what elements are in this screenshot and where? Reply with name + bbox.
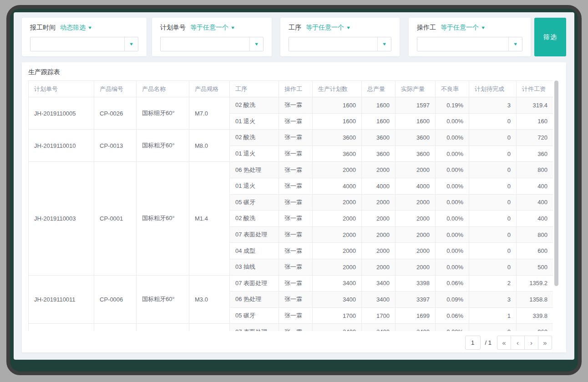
filter-submit-button[interactable]: 筛选 bbox=[534, 18, 566, 56]
first-page-button[interactable]: « bbox=[497, 336, 511, 350]
filter-operator-label: 等于任意一个 bbox=[441, 24, 479, 32]
device-frame: 报工时间 动态筛选 ▼ ▼ 计划单号 等于任意一个 bbox=[6, 5, 582, 375]
last-page-button[interactable]: » bbox=[538, 336, 552, 350]
page-number-input[interactable] bbox=[465, 336, 481, 350]
cell-planned-qty: 4000 bbox=[313, 178, 362, 194]
filter-operator-dropdown[interactable]: 等于任意一个 ▼ bbox=[190, 24, 235, 32]
process-select-arrow[interactable]: ▼ bbox=[377, 37, 391, 51]
cell-planned-qty: 2000 bbox=[313, 243, 362, 259]
cell-planned-qty: 2400 bbox=[313, 324, 362, 331]
cell-piece-wage: 720 bbox=[517, 130, 553, 146]
cell-defect-rate: 0.06% bbox=[436, 275, 469, 292]
cell-planned-qty: 3400 bbox=[313, 275, 362, 292]
cell-product-name: 国标粗牙60° bbox=[137, 275, 189, 324]
cell-remaining: 2 bbox=[469, 275, 517, 292]
cell-actual-output: 2000 bbox=[395, 226, 436, 243]
cell-operator: 张一霖 bbox=[279, 292, 313, 308]
cell-process: 02 酸洗 bbox=[230, 130, 279, 146]
cell-process: 06 热处理 bbox=[230, 162, 279, 178]
cell-actual-output: 1597 bbox=[395, 97, 436, 114]
caret-down-icon: ▼ bbox=[346, 25, 351, 30]
cell-planned-qty: 2000 bbox=[313, 194, 362, 211]
cell-defect-rate: 0.00% bbox=[436, 146, 469, 162]
cell-plan-no: JH-2019110003 bbox=[29, 162, 94, 275]
col-header-piece-wage: 计件工资 bbox=[517, 81, 553, 97]
cell-defect-rate: 0.00% bbox=[436, 178, 469, 194]
cell-piece-wage: 360 bbox=[517, 146, 553, 162]
operator-select-input[interactable] bbox=[417, 37, 508, 51]
cell-product-name: 国标细牙60° bbox=[137, 97, 189, 130]
col-header-operator: 操作工 bbox=[279, 81, 313, 97]
cell-remaining: 0 bbox=[469, 243, 517, 259]
plan-no-select-input[interactable] bbox=[161, 37, 249, 51]
cell-planned-qty: 1600 bbox=[313, 97, 362, 114]
cell-product-name: 国标粗牙60° bbox=[137, 130, 189, 162]
pagination: / 1 « ‹ › » bbox=[465, 336, 552, 350]
col-header-process: 工序 bbox=[230, 81, 279, 97]
table-row: JH-2019110003CP-0001国标粗牙60°M1.406 热处理张一霖… bbox=[29, 162, 553, 178]
cell-spec: M8.0 bbox=[189, 130, 230, 162]
cell-total-output: 2400 bbox=[362, 324, 395, 331]
cell-planned-qty: 2000 bbox=[313, 162, 362, 178]
production-tracking-panel: 生产跟踪表 计划单号 产品编号 产品名称 产品规格 bbox=[22, 62, 566, 352]
filter-label-operator: 操作工 bbox=[417, 24, 436, 32]
cell-operator: 张一霖 bbox=[279, 130, 313, 146]
cell-total-output: 2000 bbox=[362, 211, 395, 227]
filter-card-operator: 操作工 等于任意一个 ▼ ▼ bbox=[409, 18, 531, 56]
table-row: JH-2019110005CP-0026国标细牙60°M7.002 酸洗张一霖1… bbox=[29, 97, 553, 114]
caret-down-icon: ▼ bbox=[481, 25, 486, 30]
next-page-button[interactable]: › bbox=[524, 336, 538, 350]
report-time-select-arrow[interactable]: ▼ bbox=[124, 37, 138, 51]
cell-defect-rate: 0.19% bbox=[436, 97, 469, 114]
cell-product-no: CP-0026 bbox=[94, 97, 137, 130]
filter-operator-dropdown[interactable]: 动态筛选 ▼ bbox=[60, 24, 92, 32]
filter-operator-dropdown[interactable]: 等于任意一个 ▼ bbox=[306, 24, 350, 32]
cell-remaining: 0 bbox=[469, 178, 517, 194]
cell-piece-wage: 1359.2 bbox=[517, 275, 553, 292]
cell-actual-output: 3600 bbox=[395, 130, 436, 146]
cell-operator: 张一霖 bbox=[279, 259, 313, 275]
plan-no-select-arrow[interactable]: ▼ bbox=[249, 37, 263, 51]
cell-operator: 张一霖 bbox=[279, 307, 313, 324]
cell-remaining: 0 bbox=[469, 194, 517, 211]
cell-planned-qty: 2000 bbox=[313, 226, 362, 243]
cell-defect-rate: 0.00% bbox=[436, 259, 469, 275]
panel-title: 生产跟踪表 bbox=[22, 62, 566, 80]
cell-piece-wage: 400 bbox=[517, 194, 553, 211]
cell-remaining: 0 bbox=[469, 162, 517, 178]
page-total-label: / 1 bbox=[485, 339, 492, 346]
cell-product-no bbox=[94, 324, 137, 331]
cell-piece-wage: 339.8 bbox=[517, 307, 553, 324]
cell-defect-rate: 0.00% bbox=[436, 113, 469, 130]
filter-card-process: 工序 等于任意一个 ▼ ▼ bbox=[280, 18, 400, 56]
table-vertical-scrollbar[interactable] bbox=[554, 80, 558, 286]
cell-actual-output: 1699 bbox=[395, 307, 436, 324]
cell-defect-rate: 0.00% bbox=[436, 194, 469, 211]
prev-page-button[interactable]: ‹ bbox=[511, 336, 525, 350]
cell-operator: 张一霖 bbox=[279, 97, 313, 114]
cell-process: 05 碾牙 bbox=[230, 194, 279, 211]
filter-operator-dropdown[interactable]: 等于任意一个 ▼ bbox=[441, 24, 485, 32]
cell-operator: 张一霖 bbox=[279, 275, 313, 292]
filter-operator-label: 等于任意一个 bbox=[190, 24, 228, 32]
cell-product-no: CP-0006 bbox=[94, 275, 137, 324]
cell-process: 02 酸洗 bbox=[230, 97, 279, 114]
cell-operator: 张一霖 bbox=[279, 146, 313, 162]
cell-process: 07 表面处理 bbox=[230, 324, 279, 331]
report-time-select-input[interactable] bbox=[30, 37, 124, 51]
table-viewport: 计划单号 产品编号 产品名称 产品规格 工序 操作工 生产计划数 总产量 实际产… bbox=[28, 80, 553, 331]
cell-plan-no bbox=[29, 324, 94, 331]
filter-label-report-time: 报工时间 bbox=[30, 24, 56, 32]
cell-operator: 张一霖 bbox=[279, 243, 313, 259]
cell-total-output: 1600 bbox=[362, 97, 395, 114]
operator-select-arrow[interactable]: ▼ bbox=[508, 37, 522, 51]
cell-defect-rate: 0.00% bbox=[436, 324, 469, 331]
cell-actual-output: 2000 bbox=[395, 243, 436, 259]
cell-actual-output: 4000 bbox=[395, 178, 436, 194]
cell-defect-rate: 0.00% bbox=[436, 243, 469, 259]
cell-remaining: 0 bbox=[469, 130, 517, 146]
caret-down-icon: ▼ bbox=[129, 42, 134, 46]
process-select-input[interactable] bbox=[289, 37, 377, 51]
filter-card-plan-no: 计划单号 等于任意一个 ▼ ▼ bbox=[152, 18, 272, 56]
caret-down-icon: ▼ bbox=[254, 42, 259, 46]
